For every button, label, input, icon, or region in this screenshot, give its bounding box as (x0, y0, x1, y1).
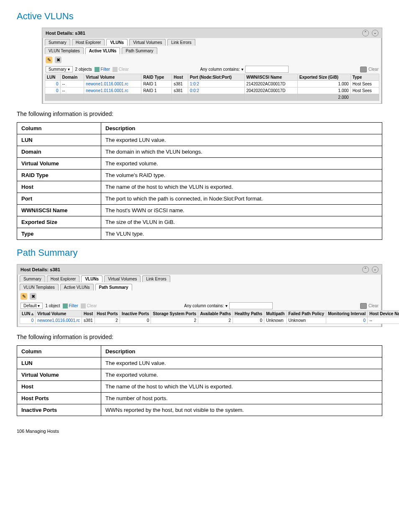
tab-virtual-volumes[interactable]: Virtual Volumes (104, 275, 141, 282)
remove-icon[interactable]: ✖ (30, 293, 36, 300)
path-summary-panel: Host Details: s381 ⌃ ⌄ Summary Host Expl… (17, 264, 382, 327)
col-healthy[interactable]: Healthy Paths (233, 311, 264, 317)
table-row[interactable]: 0 newone1.0116.0001.rc s381 2 0 2 2 0 Un… (20, 317, 399, 324)
col-vv[interactable]: Virtual Volume (36, 311, 82, 317)
col-type[interactable]: Type (350, 74, 379, 81)
tab-host-explorer[interactable]: Host Explorer (47, 275, 80, 282)
column-filter-input[interactable] (245, 66, 289, 73)
clear-filter-link[interactable]: Clear (368, 303, 379, 308)
col-inactiveports[interactable]: Inactive Ports (120, 311, 151, 317)
tab-link-errors[interactable]: Link Errors (142, 275, 170, 282)
active-vluns-panel: Host Details: s381 ⌃ ⌄ Summary Host Expl… (42, 28, 382, 104)
top-tabs-2: Summary Host Explorer VLUNs Virtual Volu… (17, 275, 382, 283)
view-dropdown[interactable]: Default ▾ (20, 303, 43, 309)
sub-tabs-2: VLUN Templates Active VLUNs Path Summary (17, 283, 382, 291)
col-hostdev[interactable]: Host Device Name (368, 311, 399, 317)
col-domain[interactable]: Domain (60, 74, 84, 81)
clear-button[interactable]: Clear (81, 303, 97, 308)
desc-header-description: Description (101, 346, 382, 357)
table-row[interactable]: 0 -- newone1.0116.0001.rc RAID 1 s381 1:… (45, 81, 379, 87)
tab-link-errors[interactable]: Link Errors (167, 39, 195, 46)
column-filter-input[interactable] (229, 302, 273, 309)
panel-window-controls-2: ⌃ ⌄ (361, 266, 379, 273)
panel-window-controls: ⌃ ⌄ (361, 30, 379, 36)
intro-text-2: The following information is provided: (17, 334, 382, 340)
filter-button[interactable]: Filter (63, 303, 78, 308)
any-column-label: Any column contains: (184, 303, 224, 308)
totals-row: 2.000 (45, 94, 379, 101)
col-host[interactable]: Host (82, 311, 95, 317)
tab-virtual-volumes[interactable]: Virtual Volumes (129, 39, 166, 46)
sub-tabs: VLUN Templates Active VLUNs Path Summary (42, 46, 382, 55)
tab-vluns[interactable]: VLUNs (106, 39, 128, 46)
col-ssp[interactable]: Storage System Ports (151, 311, 198, 317)
expand-icon[interactable]: ⌄ (372, 266, 379, 273)
clear-filter-link[interactable]: Clear (368, 67, 379, 72)
active-vluns-grid: LUN Domain Virtual Volume RAID Type Host… (45, 74, 379, 101)
col-size[interactable]: Exported Size (GiB) (297, 74, 350, 81)
col-lun[interactable]: LUN (45, 74, 61, 81)
col-host[interactable]: Host (172, 74, 188, 81)
tab-summary[interactable]: Summary (45, 39, 70, 46)
collapse-icon[interactable]: ⌃ (362, 30, 369, 36)
view-dropdown[interactable]: Summary ▾ (46, 66, 73, 72)
print-icon[interactable] (360, 67, 367, 72)
tab-path-summary[interactable]: Path Summary (95, 284, 132, 290)
col-port[interactable]: Port (Node:Slot:Port) (188, 74, 244, 81)
object-count: 1 object (45, 303, 60, 308)
section-title-active-vluns: Active VLUNs (17, 11, 382, 22)
desc-header-description: Description (101, 123, 382, 134)
col-wwn[interactable]: WWN/iSCSI Name (244, 74, 297, 81)
export-icon[interactable]: ✎ (46, 57, 52, 63)
collapse-icon[interactable]: ⌃ (362, 266, 369, 273)
tab-active-vluns[interactable]: Active VLUNs (85, 47, 120, 54)
page-footer: 106 Managing Hosts (17, 429, 382, 434)
path-summary-grid: LUN ▵ Virtual Volume Host Host Ports Ina… (20, 310, 399, 324)
desc-header-column: Column (17, 123, 101, 134)
object-count: 2 objects (75, 67, 92, 72)
path-summary-desc-table: Column Description LUNThe exported LUN v… (17, 345, 382, 416)
tab-vluns[interactable]: VLUNs (81, 275, 102, 282)
filter-button[interactable]: Filter (95, 67, 110, 72)
col-monint[interactable]: Monitoring Interval (326, 311, 368, 317)
col-lun[interactable]: LUN ▵ (20, 311, 36, 317)
active-vluns-desc-table: Column Description LUNThe exported LUN v… (17, 122, 382, 240)
col-multipath[interactable]: Multipath (264, 311, 286, 317)
tab-summary[interactable]: Summary (20, 275, 45, 282)
top-tabs: Summary Host Explorer VLUNs Virtual Volu… (42, 38, 382, 46)
tab-active-vluns[interactable]: Active VLUNs (60, 284, 94, 290)
clear-button[interactable]: Clear (113, 67, 129, 72)
chevron-down-icon[interactable]: ▾ (241, 67, 243, 72)
col-avail[interactable]: Available Paths (198, 311, 233, 317)
tab-vlun-templates[interactable]: VLUN Templates (20, 284, 59, 290)
any-column-label: Any column contains: (200, 67, 240, 72)
desc-header-column: Column (17, 346, 101, 357)
table-row[interactable]: 0 -- newone1.0116.0001.rc RAID 1 s381 0:… (45, 87, 379, 94)
intro-text-1: The following information is provided: (17, 111, 382, 117)
col-hostports[interactable]: Host Ports (95, 311, 120, 317)
remove-icon[interactable]: ✖ (55, 57, 61, 63)
section-title-path-summary: Path Summary (17, 247, 382, 258)
export-icon[interactable]: ✎ (20, 293, 27, 300)
col-vv[interactable]: Virtual Volume (84, 74, 141, 81)
chevron-down-icon[interactable]: ▾ (225, 303, 228, 308)
print-icon[interactable] (360, 303, 367, 309)
panel-header-2: Host Details: s381 (20, 267, 60, 272)
tab-host-explorer[interactable]: Host Explorer (72, 39, 105, 46)
expand-icon[interactable]: ⌄ (372, 30, 379, 36)
panel-header: Host Details: s381 (46, 31, 85, 36)
col-failedpath[interactable]: Failed Path Policy (286, 311, 326, 317)
col-raid[interactable]: RAID Type (141, 74, 172, 81)
tab-vlun-templates[interactable]: VLUN Templates (45, 47, 84, 54)
tab-path-summary[interactable]: Path Summary (122, 47, 157, 54)
